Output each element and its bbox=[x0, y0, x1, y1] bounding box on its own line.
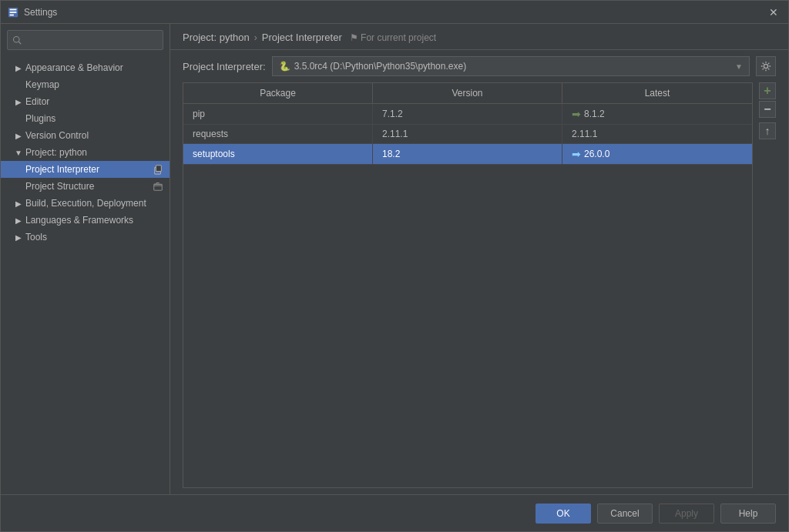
footer: OK Cancel Apply Help bbox=[1, 494, 788, 531]
sidebar-item-languages[interactable]: ▶ Languages & Frameworks bbox=[1, 212, 170, 229]
sidebar-item-label: Editor bbox=[25, 96, 49, 107]
folder-icon bbox=[153, 181, 163, 192]
sidebar-item-label: Plugins bbox=[25, 113, 55, 124]
update-arrow-icon: ➡ bbox=[572, 148, 581, 160]
right-actions: + − ↑ bbox=[756, 82, 776, 488]
col-latest: Latest bbox=[562, 83, 752, 103]
cell-latest: ➡ 8.1.2 bbox=[562, 104, 752, 124]
close-button[interactable]: ✕ bbox=[765, 4, 782, 21]
cell-latest: 2.11.1 bbox=[562, 125, 752, 143]
sidebar-item-project[interactable]: ▼ Project: python bbox=[1, 144, 170, 161]
sidebar-item-label: Project: python bbox=[25, 147, 87, 158]
sidebar-item-label: Version Control bbox=[25, 130, 89, 141]
expand-arrow: ▶ bbox=[13, 130, 24, 141]
cancel-button[interactable]: Cancel bbox=[597, 504, 653, 524]
sidebar-item-projectinterpreter[interactable]: Project Interpreter bbox=[1, 161, 170, 178]
cell-version: 18.2 bbox=[373, 144, 562, 164]
breadcrumb: Project: python › Project Interpreter ⚑ … bbox=[170, 24, 788, 50]
sidebar-item-keymap[interactable]: Keymap bbox=[1, 76, 170, 93]
interpreter-select[interactable]: 🐍 3.5.0rc4 (D:\Python\Python35\python.ex… bbox=[272, 56, 750, 76]
sidebar-item-editor[interactable]: ▶ Editor bbox=[1, 93, 170, 110]
sidebar-item-appearance[interactable]: ▶ Appearance & Behavior bbox=[1, 59, 170, 76]
sidebar-item-label: Keymap bbox=[25, 79, 59, 90]
col-version: Version bbox=[373, 83, 562, 103]
breadcrumb-separator: › bbox=[254, 32, 257, 43]
svg-rect-1 bbox=[10, 8, 17, 10]
cell-package: pip bbox=[183, 104, 373, 124]
gear-icon bbox=[760, 61, 771, 72]
svg-rect-8 bbox=[154, 184, 163, 190]
gear-button[interactable] bbox=[756, 56, 776, 76]
svg-line-5 bbox=[18, 42, 21, 44]
dropdown-arrow-icon: ▼ bbox=[735, 62, 743, 71]
table-section: Package Version Latest pip 7.1.2 ➡ 8.1.2 bbox=[183, 82, 776, 488]
remove-package-button[interactable]: − bbox=[759, 101, 776, 118]
sidebar-item-label: Project Structure bbox=[25, 181, 94, 192]
cell-latest: ➡ 26.0.0 bbox=[562, 144, 752, 164]
expand-arrow: ▶ bbox=[13, 62, 24, 73]
col-package: Package bbox=[183, 83, 373, 103]
interpreter-value: 3.5.0rc4 (D:\Python\Python35\python.exe) bbox=[294, 61, 466, 72]
breadcrumb-project: Project: python bbox=[183, 32, 250, 43]
update-arrow-icon: ➡ bbox=[572, 108, 581, 120]
packages-table: Package Version Latest pip 7.1.2 ➡ 8.1.2 bbox=[183, 82, 753, 488]
titlebar: Settings ✕ bbox=[1, 1, 788, 24]
window-icon bbox=[7, 6, 19, 18]
search-input[interactable] bbox=[25, 35, 158, 45]
table-row[interactable]: pip 7.1.2 ➡ 8.1.2 bbox=[183, 104, 752, 125]
sidebar-item-label: Tools bbox=[25, 232, 47, 243]
cell-version: 7.1.2 bbox=[373, 104, 562, 124]
content-area: ▶ Appearance & Behavior Keymap ▶ Editor … bbox=[1, 24, 788, 494]
svg-point-9 bbox=[764, 64, 767, 68]
sidebar-item-label: Languages & Frameworks bbox=[25, 215, 133, 226]
search-box[interactable] bbox=[7, 30, 163, 50]
sidebar-item-buildexecution[interactable]: ▶ Build, Execution, Deployment bbox=[1, 195, 170, 212]
breadcrumb-page: Project Interpreter bbox=[262, 32, 342, 43]
expand-arrow: ▶ bbox=[13, 198, 24, 209]
main-panel: Project: python › Project Interpreter ⚑ … bbox=[170, 24, 788, 494]
cell-package: requests bbox=[183, 125, 373, 143]
nav-tree: ▶ Appearance & Behavior Keymap ▶ Editor … bbox=[1, 56, 170, 494]
svg-rect-3 bbox=[10, 14, 14, 15]
sidebar-item-label: Project Interpreter bbox=[25, 164, 99, 175]
upgrade-package-button[interactable]: ↑ bbox=[759, 122, 776, 139]
sidebar-item-label: Build, Execution, Deployment bbox=[25, 198, 146, 209]
table-header: Package Version Latest bbox=[183, 83, 752, 104]
for-current-project-label: ⚑ For current project bbox=[350, 32, 436, 43]
sidebar-item-versioncontrol[interactable]: ▶ Version Control bbox=[1, 127, 170, 144]
table-body: pip 7.1.2 ➡ 8.1.2 requests 2.11.1 2.11.1 bbox=[183, 104, 752, 487]
copy-icon bbox=[153, 164, 163, 175]
sidebar: ▶ Appearance & Behavior Keymap ▶ Editor … bbox=[1, 24, 170, 494]
svg-point-4 bbox=[14, 37, 20, 43]
expand-arrow: ▼ bbox=[13, 147, 24, 158]
window-title: Settings bbox=[24, 7, 765, 18]
apply-button[interactable]: Apply bbox=[659, 504, 714, 524]
expand-arrow bbox=[13, 113, 24, 124]
interpreter-label: Project Interpreter: bbox=[183, 61, 266, 72]
svg-rect-7 bbox=[156, 166, 161, 172]
cell-version: 2.11.1 bbox=[373, 125, 562, 143]
svg-rect-2 bbox=[10, 12, 17, 13]
expand-arrow: ▶ bbox=[13, 232, 24, 243]
python-icon: 🐍 bbox=[279, 61, 290, 72]
settings-window: Settings ✕ ▶ Appearance & Behavior Key bbox=[0, 0, 789, 532]
add-package-button[interactable]: + bbox=[759, 82, 776, 99]
table-row[interactable]: setuptools 18.2 ➡ 26.0.0 bbox=[183, 144, 752, 165]
expand-arrow: ▶ bbox=[13, 215, 24, 226]
help-button[interactable]: Help bbox=[720, 504, 776, 524]
expand-arrow: ▶ bbox=[13, 96, 24, 107]
sidebar-item-label: Appearance & Behavior bbox=[25, 62, 123, 73]
sidebar-item-tools[interactable]: ▶ Tools bbox=[1, 229, 170, 246]
table-row[interactable]: requests 2.11.1 2.11.1 bbox=[183, 125, 752, 144]
sidebar-item-plugins[interactable]: Plugins bbox=[1, 110, 170, 127]
cell-package: setuptools bbox=[183, 144, 373, 164]
expand-arrow bbox=[13, 79, 24, 90]
sidebar-item-projectstructure[interactable]: Project Structure bbox=[1, 178, 170, 195]
ok-button[interactable]: OK bbox=[536, 504, 591, 524]
interpreter-row: Project Interpreter: 🐍 3.5.0rc4 (D:\Pyth… bbox=[170, 50, 788, 82]
